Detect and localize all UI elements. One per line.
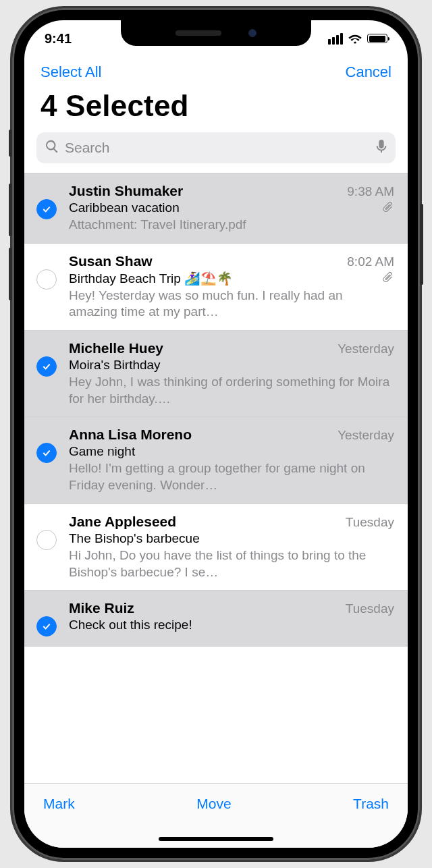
email-row[interactable]: Mike RuizTuesdayCheck out this recipe!	[24, 591, 408, 647]
email-sender: Mike Ruiz	[69, 600, 134, 616]
email-row[interactable]: Anna Lisa MorenoYesterdayGame nightHello…	[24, 417, 408, 504]
email-sender: Michelle Huey	[69, 340, 163, 356]
email-time: Tuesday	[346, 515, 394, 530]
status-time: 9:41	[45, 31, 72, 47]
email-preview: Hey! Yesterday was so much fun. I really…	[69, 288, 394, 321]
email-sender: Justin Shumaker	[69, 183, 183, 199]
email-content: Michelle HueyYesterdayMoira's BirthdayHe…	[69, 340, 394, 407]
selection-checkbox[interactable]	[36, 530, 57, 550]
volume-down-button	[9, 248, 12, 300]
email-sender: Susan Shaw	[69, 253, 153, 269]
email-row[interactable]: Michelle HueyYesterdayMoira's BirthdayHe…	[24, 331, 408, 417]
device-frame: 9:41 Select All Cancel 4 Selected Se	[12, 8, 420, 860]
cellular-signal-icon	[328, 33, 343, 45]
email-time: 8:02 AM	[347, 254, 394, 269]
email-row[interactable]: Jane AppleseedTuesdayThe Bishop's barbec…	[24, 504, 408, 591]
email-content: Justin Shumaker9:38 AMCaribbean vacation…	[69, 183, 394, 234]
speaker-grille	[176, 30, 221, 36]
email-preview: Hello! I'm getting a group together for …	[69, 460, 394, 493]
email-sender: Anna Lisa Moreno	[69, 427, 192, 443]
email-subject: Moira's Birthday	[69, 358, 394, 373]
email-time: Yesterday	[338, 428, 394, 443]
email-row[interactable]: Susan Shaw8:02 AMBirthday Beach Trip 🏄‍♀…	[24, 244, 408, 331]
search-placeholder: Search	[65, 140, 370, 156]
cancel-button[interactable]: Cancel	[346, 63, 392, 81]
home-indicator[interactable]	[159, 837, 273, 841]
silence-switch	[9, 130, 12, 157]
trash-button[interactable]: Trash	[353, 796, 389, 812]
nav-bar: Select All Cancel	[24, 57, 408, 84]
email-content: Anna Lisa MorenoYesterdayGame nightHello…	[69, 427, 394, 493]
mark-button[interactable]: Mark	[43, 796, 75, 812]
email-preview: Hi John, Do you have the list of things …	[69, 547, 394, 580]
email-sender: Jane Appleseed	[69, 514, 176, 530]
search-field[interactable]: Search	[36, 132, 396, 163]
email-time: Yesterday	[338, 342, 394, 356]
selection-checkbox[interactable]	[36, 616, 57, 636]
email-content: Susan Shaw8:02 AMBirthday Beach Trip 🏄‍♀…	[69, 253, 394, 321]
selection-checkbox[interactable]	[36, 443, 57, 463]
email-preview: Hey John, I was thinking of ordering som…	[69, 374, 394, 407]
move-button[interactable]: Move	[196, 796, 231, 812]
dictate-icon[interactable]	[375, 139, 387, 157]
email-subject: Game night	[69, 444, 394, 459]
wifi-icon	[348, 33, 362, 44]
email-list[interactable]: Justin Shumaker9:38 AMCaribbean vacation…	[24, 173, 408, 647]
email-row[interactable]: Justin Shumaker9:38 AMCaribbean vacation…	[24, 173, 408, 244]
email-subject: Caribbean vacation	[69, 200, 377, 215]
email-content: Jane AppleseedTuesdayThe Bishop's barbec…	[69, 514, 394, 580]
email-time: Tuesday	[346, 601, 394, 616]
email-subject: The Bishop's barbecue	[69, 531, 394, 546]
page-title: 4 Selected	[24, 84, 408, 132]
email-preview: Attachment: Travel Itinerary.pdf	[69, 217, 394, 234]
power-button	[420, 204, 423, 285]
select-all-button[interactable]: Select All	[40, 63, 102, 81]
selection-checkbox[interactable]	[36, 269, 57, 290]
selection-checkbox[interactable]	[36, 356, 57, 377]
screen: 9:41 Select All Cancel 4 Selected Se	[24, 20, 408, 848]
attachment-icon	[382, 271, 394, 286]
email-subject: Check out this recipe!	[69, 618, 394, 632]
email-content: Mike RuizTuesdayCheck out this recipe!	[69, 600, 394, 632]
email-subject: Birthday Beach Trip 🏄‍♀️⛱️🌴	[69, 271, 377, 286]
volume-up-button	[9, 184, 12, 236]
email-time: 9:38 AM	[347, 184, 394, 199]
search-icon	[45, 139, 59, 157]
attachment-icon	[382, 200, 394, 215]
front-camera	[248, 29, 256, 37]
notch	[121, 20, 311, 46]
selection-checkbox[interactable]	[36, 199, 57, 219]
battery-icon	[367, 34, 387, 43]
